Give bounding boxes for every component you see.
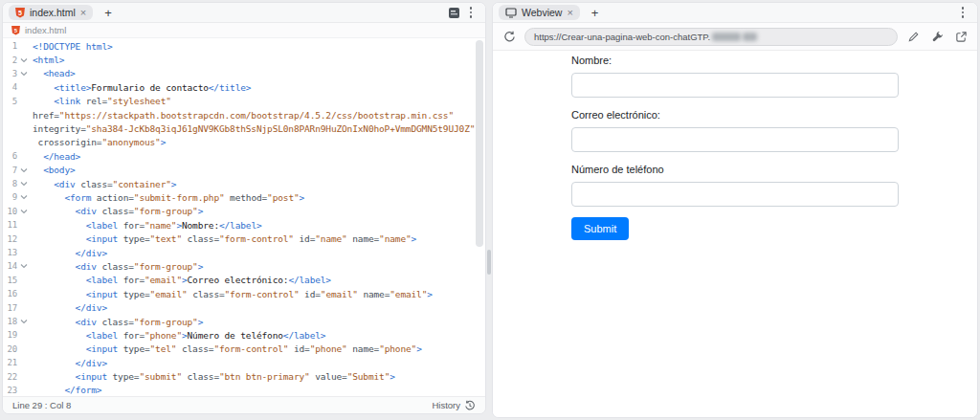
editor-statusbar: Line 29 : Col 8 History — [3, 396, 485, 413]
line-number: 20 — [3, 344, 17, 354]
code-line: 17 </div> — [3, 300, 485, 314]
line-number: 3 — [3, 69, 17, 78]
form-field-group: Número de teléfono — [571, 163, 899, 207]
line-number: 22 — [3, 372, 17, 382]
line-number: 7 — [3, 166, 17, 175]
code-line: 11 <label for="name">Nombre:</label> — [3, 218, 485, 232]
code-lines: 1<!DOCTYPE html>2<html>3 <head>4 <title>… — [3, 39, 485, 396]
editor-new-tab-button[interactable]: + — [100, 7, 116, 19]
history-button[interactable]: History — [432, 400, 476, 411]
code-line: 12 <input type="text" class="form-contro… — [3, 232, 485, 245]
fold-chevron-icon[interactable] — [17, 166, 30, 174]
line-number: 11 — [3, 220, 17, 230]
webview-tabbar: Webview × + — [493, 3, 977, 23]
line-number: 5 — [3, 97, 17, 106]
code-line: 10 <div class="form-group"> — [3, 205, 485, 218]
editor-scrollbar[interactable] — [476, 40, 483, 247]
close-tab-icon[interactable]: × — [567, 8, 572, 18]
form-input[interactable] — [571, 127, 899, 152]
code-editor[interactable]: 1<!DOCTYPE html>2<html>3 <head>4 <title>… — [3, 38, 485, 396]
form-field-group: Nombre: — [571, 54, 899, 98]
url-input[interactable]: https://Crear-una-pagina-web-con-chatGTP… — [524, 28, 898, 46]
code-line: 5 <link rel="stylesheet" — [3, 95, 485, 108]
code-line: 6 </head> — [3, 149, 485, 163]
form-label: Número de teléfono — [571, 163, 899, 177]
line-number: 15 — [3, 276, 17, 285]
code-line: 20 <input type="tel" class="form-control… — [3, 343, 485, 356]
webview-content: Nombre:Correo electrónico:Número de telé… — [493, 51, 977, 417]
html5-file-icon: 5 — [15, 8, 25, 18]
editor-breadcrumb[interactable]: 5 index.html — [3, 23, 485, 38]
line-number: 1 — [3, 41, 17, 51]
code-line: 22 <input type="submit" class="btn btn-p… — [3, 369, 485, 383]
devtools-wrench-icon[interactable] — [928, 29, 946, 44]
history-clock-icon — [464, 400, 476, 411]
webview-pane: Webview × + https://Crear-una-pagina-web… — [492, 2, 978, 418]
tab-webview[interactable]: Webview × — [499, 5, 580, 20]
webview-new-tab-button[interactable]: + — [588, 7, 603, 19]
line-number: 16 — [3, 289, 17, 298]
code-line: href="https://stackpath.bootstrapcdn.com… — [3, 108, 485, 122]
url-text: https://Crear-una-pagina-web-con-chatGTP… — [534, 32, 710, 42]
fold-chevron-icon[interactable] — [17, 193, 30, 201]
webview-urlbar: https://Crear-una-pagina-web-con-chatGTP… — [493, 23, 977, 51]
line-number: 23 — [3, 386, 17, 395]
fold-chevron-icon[interactable] — [17, 180, 30, 188]
redacted-url-segment — [743, 33, 757, 41]
code-line: 9 <form action="submit-form.php" method=… — [3, 190, 485, 204]
html5-file-icon: 5 — [11, 26, 20, 35]
tab-index-html[interactable]: 5 index.html × — [9, 5, 93, 20]
code-line: 21 </div> — [3, 356, 485, 369]
edit-pencil-icon[interactable] — [904, 29, 922, 44]
line-number: 13 — [3, 248, 17, 257]
line-number: 2 — [3, 55, 17, 65]
code-line: 4 <title>Formulario de contacto</title> — [3, 80, 485, 94]
close-tab-icon[interactable]: × — [80, 8, 86, 18]
line-number: 17 — [3, 303, 17, 313]
code-line: 13 </div> — [3, 246, 485, 259]
submit-button[interactable]: Submit — [571, 217, 629, 240]
editor-tab-label: index.html — [30, 7, 76, 18]
code-line: 16 <input type="email" class="form-contr… — [3, 287, 485, 300]
monitor-icon — [505, 8, 517, 18]
webview-menu-kebab-icon[interactable] — [954, 5, 971, 20]
code-line: 2<html> — [3, 53, 485, 66]
line-number: 4 — [3, 82, 17, 92]
breadcrumb-filename: index.html — [25, 25, 66, 35]
open-external-icon[interactable] — [952, 29, 969, 44]
code-line: 1<!DOCTYPE html> — [3, 39, 485, 53]
code-line: 18 <div class="form-group"> — [3, 315, 485, 328]
fold-chevron-icon[interactable] — [17, 262, 30, 270]
rendered-contact-form: Nombre:Correo electrónico:Número de telé… — [571, 54, 899, 240]
webview-tab-label: Webview — [522, 7, 562, 18]
line-number: 10 — [3, 207, 17, 216]
fold-chevron-icon[interactable] — [17, 70, 30, 77]
cursor-position[interactable]: Line 29 : Col 8 — [12, 400, 71, 410]
line-number: 19 — [3, 330, 17, 340]
code-line: 19 <label for="phone">Número de teléfono… — [3, 328, 485, 342]
redacted-url-segment — [712, 33, 741, 41]
fold-chevron-icon[interactable] — [17, 318, 30, 325]
pane-resize-handle[interactable] — [487, 250, 491, 275]
form-label: Nombre: — [571, 54, 899, 68]
form-input[interactable] — [571, 182, 899, 207]
line-number: 21 — [3, 358, 17, 367]
code-line: 15 <label for="email">Correo electrónico… — [3, 274, 485, 287]
code-line: 7 <body> — [3, 164, 485, 177]
editor-menu-kebab-icon[interactable] — [462, 5, 479, 20]
editor-pane: 5 index.html × + 5 index.html 1<!DOCTYPE… — [2, 2, 486, 414]
pane-layout-icon[interactable] — [445, 5, 462, 20]
reload-icon[interactable] — [501, 29, 518, 44]
line-number: 12 — [3, 234, 17, 244]
line-number: 14 — [3, 261, 17, 271]
form-input[interactable] — [571, 73, 899, 98]
code-line: 3 <head> — [3, 67, 485, 80]
fold-chevron-icon[interactable] — [17, 208, 30, 215]
fold-chevron-icon[interactable] — [17, 56, 30, 64]
code-line: 14 <div class="form-group"> — [3, 259, 485, 273]
line-number: 6 — [3, 151, 17, 161]
code-line: 8 <div class="container"> — [3, 177, 485, 190]
code-line: crossorigin="anonymous"> — [3, 136, 485, 149]
line-number: 9 — [3, 192, 17, 202]
code-line: integrity="sha384-JcKb8q3iqJ61gNV9KGb8th… — [3, 122, 485, 135]
